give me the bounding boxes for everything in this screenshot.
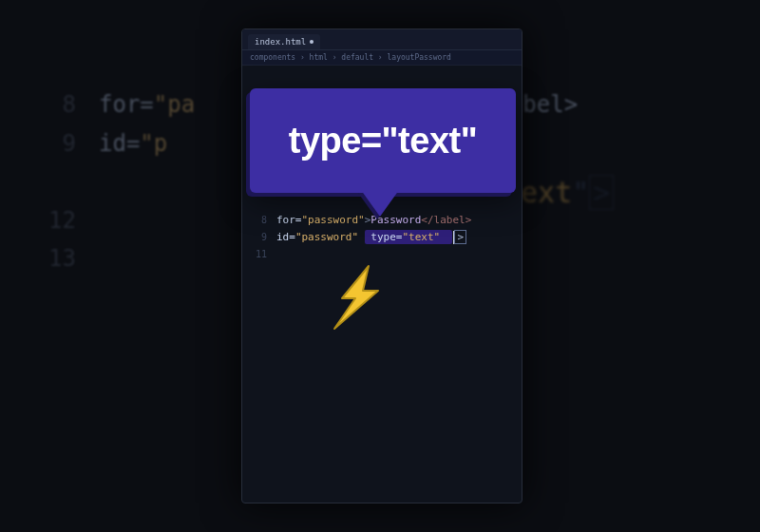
bg-line-number: 8	[38, 86, 76, 124]
editor-tab[interactable]: index.html	[248, 34, 320, 49]
attr-id: id=	[276, 231, 295, 243]
editor-tabbar: index.html	[242, 29, 522, 50]
attr-id-value: "password"	[295, 231, 358, 243]
bg-line-number: 12	[38, 201, 76, 240]
tab-modified-dot-icon	[310, 40, 314, 44]
bg-right-bracket: >	[589, 175, 614, 210]
code-line: 11	[242, 246, 522, 263]
close-tag: </label>	[421, 214, 471, 226]
bg-line-number: 13	[38, 239, 76, 278]
attr-for-value: "password"	[302, 214, 365, 226]
closing-bracket: >	[454, 230, 466, 244]
highlighted-attribute[interactable]: type="text"	[365, 230, 453, 244]
callout-tail-icon	[361, 190, 399, 217]
bg-attr-for: for=	[99, 91, 154, 118]
attr-type-value: "text"	[402, 231, 440, 243]
bg-line-number: 9	[38, 124, 76, 163]
attr-type: type=	[370, 231, 402, 243]
callout-text: type="text"	[289, 121, 477, 162]
attr-for: for=	[276, 214, 302, 226]
callout-tooltip: type="text"	[250, 88, 516, 193]
editor-breadcrumbs[interactable]: components › html › default › layoutPass…	[242, 50, 522, 66]
breadcrumb-path: components › html › default › layoutPass…	[250, 53, 451, 62]
tab-filename: index.html	[255, 37, 306, 47]
line-number: 8	[250, 212, 267, 229]
line-number: 9	[250, 229, 267, 246]
code-line: 9 id="password" type="text" >	[242, 229, 522, 246]
bg-attr-for-value: "pa	[154, 91, 195, 118]
line-number: 11	[250, 246, 267, 263]
bg-attr-id: id=	[99, 130, 140, 157]
bg-attr-id-value: "p	[140, 130, 167, 157]
bg-right-quote: "	[572, 176, 589, 209]
